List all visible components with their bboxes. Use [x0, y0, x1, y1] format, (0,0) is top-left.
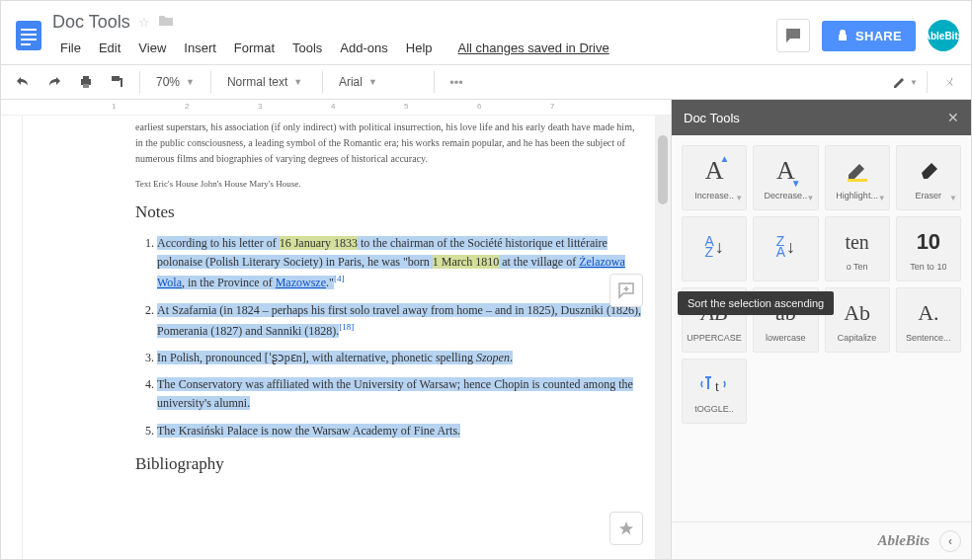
style-select[interactable]: Normal text▼ — [219, 68, 314, 96]
close-icon[interactable]: ✕ — [947, 110, 959, 125]
menu-edit[interactable]: Edit — [91, 37, 128, 59]
zoom-select[interactable]: 70%▼ — [148, 68, 202, 96]
svg-rect-3 — [21, 39, 37, 40]
comments-button[interactable] — [776, 19, 810, 52]
list-item: The Conservatory was affiliated with the… — [157, 375, 641, 413]
svg-rect-8 — [112, 76, 120, 81]
svg-rect-11 — [848, 179, 867, 182]
sentence-case-icon: A. — [918, 297, 938, 329]
paragraph-intro: earliest superstars, his association (if… — [135, 116, 641, 167]
link-mazowsze[interactable]: Mazowsze — [276, 276, 326, 289]
decrease-font-icon: A▼ — [776, 155, 795, 187]
avatar[interactable]: AbleBits — [928, 20, 959, 51]
vertical-scrollbar[interactable] — [655, 116, 671, 559]
menu-format[interactable]: Format — [226, 37, 283, 59]
sort-asc-button[interactable]: AZ↓ — [682, 216, 747, 281]
svg-rect-1 — [21, 29, 37, 31]
menu-insert[interactable]: Insert — [176, 37, 224, 59]
capitalize-icon: Ab — [844, 297, 870, 329]
toggle-case-button[interactable]: t tOGGLE.. — [682, 359, 747, 424]
text-to-num-icon: 10 — [917, 226, 940, 258]
redo-button[interactable] — [40, 68, 68, 96]
svg-rect-9 — [119, 78, 122, 80]
doc-title[interactable]: Doc Tools — [52, 12, 130, 33]
paragraph-small: Text Eric's House John's House Mary's Ho… — [135, 179, 641, 189]
highlighter-icon — [845, 155, 870, 187]
menu-addons[interactable]: Add-ons — [332, 37, 395, 59]
sentence-case-button[interactable]: A. Sentence... — [896, 287, 961, 353]
undo-button[interactable] — [9, 68, 37, 96]
collapse-sidebar-button[interactable]: ㄨ — [935, 68, 963, 96]
menu-file[interactable]: File — [52, 37, 89, 59]
menu-help[interactable]: Help — [398, 37, 441, 59]
document-canvas[interactable]: earliest superstars, his association (if… — [23, 116, 655, 559]
eraser-button[interactable]: Eraser▼ — [896, 145, 961, 210]
decrease-font-button[interactable]: A▼ Decrease..▼ — [753, 145, 818, 210]
star-icon[interactable]: ☆ — [138, 15, 150, 30]
paint-format-button[interactable] — [104, 68, 131, 96]
tooltip: Sort the selection ascending — [678, 291, 834, 315]
sort-desc-button[interactable]: ZA↓ — [753, 216, 818, 281]
list-item: In Polish, pronounced [ˈʂɔpɛn], with alt… — [157, 349, 641, 367]
num-to-text-button[interactable]: ten o Ten — [825, 216, 890, 281]
document-area: 1234567 earliest superstars, his associa… — [1, 100, 671, 559]
sidebar-header: Doc Tools ✕ — [672, 100, 971, 135]
footnote-ref[interactable]: [4] — [334, 274, 345, 283]
footnote-ref[interactable]: [18] — [339, 322, 354, 332]
lock-icon — [836, 29, 850, 42]
heading-notes: Notes — [135, 202, 641, 222]
folder-icon[interactable] — [158, 14, 174, 31]
sort-desc-icon: ZA↓ — [776, 231, 795, 263]
vertical-ruler[interactable] — [1, 116, 23, 559]
text-to-num-button[interactable]: 10 Ten to 10 — [896, 216, 961, 281]
more-toolbar-button[interactable]: ••• — [443, 68, 470, 96]
sidebar-title: Doc Tools — [684, 111, 740, 125]
save-status[interactable]: All changes saved in Drive — [450, 37, 617, 59]
editing-mode-button[interactable]: ▼ — [891, 68, 919, 96]
sidebar-footer: AbleBits ‹ — [672, 521, 971, 559]
share-label: SHARE — [855, 29, 902, 43]
ablebits-logo: AbleBits — [877, 532, 930, 549]
svg-rect-4 — [21, 43, 31, 45]
svg-rect-10 — [121, 80, 122, 87]
num-to-text-icon: ten — [845, 226, 868, 258]
menu-view[interactable]: View — [130, 37, 174, 59]
doc-tools-sidebar: Doc Tools ✕ A▲ Increase..▼ A▼ Decrease..… — [671, 100, 971, 559]
notes-list: According to his letter of 16 January 18… — [135, 234, 641, 440]
menu-bar: File Edit View Insert Format Tools Add-o… — [52, 37, 776, 59]
list-item: At Szafarnia (in 1824 – perhaps his firs… — [157, 301, 641, 341]
increase-font-icon: A▲ — [705, 155, 724, 187]
svg-text:t: t — [715, 379, 719, 394]
toolbar: 70%▼ Normal text▼ Arial▼ ••• ▼ ㄨ — [1, 64, 971, 100]
docs-app-icon[interactable] — [9, 10, 48, 61]
horizontal-ruler[interactable]: 1234567 — [1, 100, 671, 116]
list-item: The Krasiński Palace is now the Warsaw A… — [157, 422, 641, 440]
svg-rect-6 — [83, 76, 89, 79]
scrollbar-thumb[interactable] — [658, 135, 668, 204]
list-item: According to his letter of 16 January 18… — [157, 234, 641, 293]
explore-button[interactable] — [609, 512, 643, 545]
svg-rect-7 — [83, 84, 89, 88]
menu-tools[interactable]: Tools — [284, 37, 330, 59]
capitalize-button[interactable]: Ab Capitalize — [825, 287, 890, 353]
highlight-button[interactable]: Highlight...▼ — [825, 145, 890, 210]
increase-font-button[interactable]: A▲ Increase..▼ — [682, 145, 747, 210]
font-select[interactable]: Arial▼ — [331, 68, 426, 96]
heading-bibliography: Bibliography — [135, 454, 641, 474]
svg-rect-2 — [21, 34, 37, 36]
expand-button[interactable]: ‹ — [939, 530, 961, 552]
add-comment-button[interactable] — [609, 274, 643, 307]
eraser-icon — [916, 155, 941, 187]
print-button[interactable] — [72, 68, 100, 96]
sort-asc-icon: AZ↓ — [704, 231, 723, 263]
toggle-case-icon: t — [699, 368, 729, 400]
share-button[interactable]: SHARE — [822, 21, 916, 51]
